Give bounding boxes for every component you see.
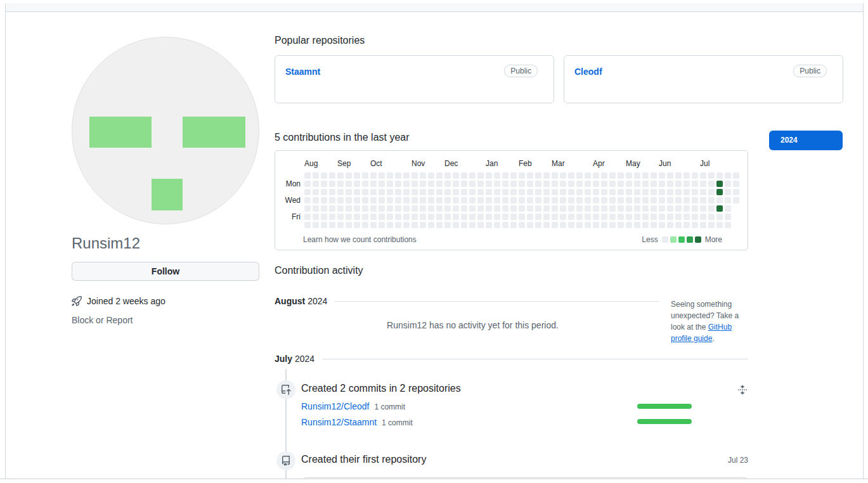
contribution-cell[interactable]	[725, 189, 731, 195]
contribution-cell[interactable]	[420, 214, 426, 220]
contribution-cell[interactable]	[337, 222, 344, 228]
contribution-cell[interactable]	[494, 181, 500, 187]
contribution-cell[interactable]	[527, 205, 533, 212]
contribution-cell[interactable]	[601, 205, 607, 212]
avatar[interactable]	[72, 37, 259, 224]
contribution-cell[interactable]	[593, 214, 599, 220]
contribution-cell[interactable]	[651, 181, 657, 187]
contribution-cell[interactable]	[321, 197, 327, 203]
contribution-cell[interactable]	[708, 181, 715, 187]
contribution-cell[interactable]	[486, 189, 492, 195]
contribution-cell[interactable]	[692, 214, 698, 220]
contribution-cell[interactable]	[626, 197, 632, 203]
contribution-cell[interactable]	[700, 189, 706, 195]
contribution-cell[interactable]	[519, 197, 525, 203]
contribution-cell[interactable]	[346, 189, 352, 195]
contribution-cell[interactable]	[593, 189, 599, 195]
contribution-cell[interactable]	[337, 205, 344, 212]
contribution-cell[interactable]	[519, 214, 525, 220]
contribution-cell[interactable]	[725, 222, 731, 228]
contribution-cell[interactable]	[486, 222, 492, 228]
contribution-cell[interactable]	[337, 197, 344, 203]
contribution-cell[interactable]	[379, 222, 385, 228]
contribution-cell[interactable]	[461, 172, 467, 179]
contribution-cell[interactable]	[519, 222, 525, 228]
contribution-cell[interactable]	[321, 189, 327, 195]
contribution-cell[interactable]	[403, 205, 410, 212]
contribution-cell[interactable]	[733, 197, 739, 203]
contribution-cell[interactable]	[535, 205, 541, 212]
contribution-cell[interactable]	[395, 222, 401, 228]
contribution-cell[interactable]	[494, 205, 500, 212]
contribution-cell[interactable]	[651, 172, 657, 179]
contribution-cell[interactable]	[535, 181, 541, 187]
contribution-cell[interactable]	[568, 189, 574, 195]
contribution-cell[interactable]	[453, 172, 459, 179]
contribution-cell[interactable]	[304, 214, 311, 220]
contribution-cell[interactable]	[510, 197, 517, 203]
contribution-cell[interactable]	[708, 222, 715, 228]
contribution-cell[interactable]	[362, 189, 368, 195]
contribution-cell[interactable]	[362, 205, 368, 212]
contribution-cell[interactable]	[552, 172, 558, 179]
contribution-cell[interactable]	[585, 189, 591, 195]
contribution-cell[interactable]	[543, 222, 550, 228]
contribution-cell[interactable]	[461, 214, 467, 220]
contribution-cell[interactable]	[667, 189, 673, 195]
contribution-cell[interactable]	[420, 222, 426, 228]
contribution-cell[interactable]	[568, 197, 574, 203]
contribution-cell[interactable]	[486, 181, 492, 187]
contribution-cell[interactable]	[304, 181, 311, 187]
contribution-cell[interactable]	[304, 189, 311, 195]
contribution-cell[interactable]	[354, 205, 360, 212]
contribution-cell[interactable]	[725, 181, 731, 187]
contribution-cell[interactable]	[667, 214, 673, 220]
contribution-cell[interactable]	[313, 197, 319, 203]
contribution-cell[interactable]	[585, 197, 591, 203]
contribution-cell[interactable]	[346, 197, 352, 203]
contribution-cell[interactable]	[502, 205, 508, 212]
contribution-cell[interactable]	[444, 181, 451, 187]
contribution-cell[interactable]	[519, 181, 525, 187]
contribution-cell[interactable]	[708, 197, 715, 203]
contribution-cell[interactable]	[618, 214, 624, 220]
contribution-cell[interactable]	[486, 214, 492, 220]
contribution-cell[interactable]	[593, 197, 599, 203]
contribution-cell[interactable]	[535, 172, 541, 179]
contribution-cell[interactable]	[585, 205, 591, 212]
contribution-cell[interactable]	[329, 197, 335, 203]
contribution-cell[interactable]	[329, 222, 335, 228]
contribution-cell[interactable]	[519, 205, 525, 212]
block-or-report-link[interactable]: Block or Report	[72, 315, 133, 325]
contribution-cell[interactable]	[543, 189, 550, 195]
contribution-cell[interactable]	[510, 214, 517, 220]
contribution-cell[interactable]	[716, 172, 723, 179]
contribution-cell[interactable]	[428, 181, 434, 187]
contribution-cell[interactable]	[568, 214, 574, 220]
contribution-cell[interactable]	[585, 214, 591, 220]
contribution-cell[interactable]	[642, 222, 649, 228]
contribution-cell[interactable]	[733, 189, 739, 195]
contribution-cell[interactable]	[626, 189, 632, 195]
contribution-cell[interactable]	[494, 197, 500, 203]
unfold-button[interactable]	[735, 383, 749, 397]
contribution-cell[interactable]	[304, 197, 311, 203]
contribution-cell[interactable]	[634, 181, 640, 187]
contribution-cell[interactable]	[683, 172, 690, 179]
contribution-cell[interactable]	[395, 189, 401, 195]
contribution-cell[interactable]	[428, 197, 434, 203]
contribution-cell[interactable]	[321, 222, 327, 228]
contribution-cell[interactable]	[436, 172, 443, 179]
contribution-cell[interactable]	[659, 205, 665, 212]
contribution-cell[interactable]	[362, 181, 368, 187]
contribution-cell[interactable]	[700, 181, 706, 187]
contribution-cell[interactable]	[379, 181, 385, 187]
contribution-cell[interactable]	[725, 197, 731, 203]
contribution-cell[interactable]	[461, 205, 467, 212]
contribution-cell[interactable]	[354, 197, 360, 203]
contribution-cell[interactable]	[453, 189, 459, 195]
contribution-cell[interactable]	[411, 214, 418, 220]
contribution-cell[interactable]	[535, 214, 541, 220]
contribution-cell[interactable]	[568, 222, 574, 228]
contribution-cell[interactable]	[403, 222, 410, 228]
